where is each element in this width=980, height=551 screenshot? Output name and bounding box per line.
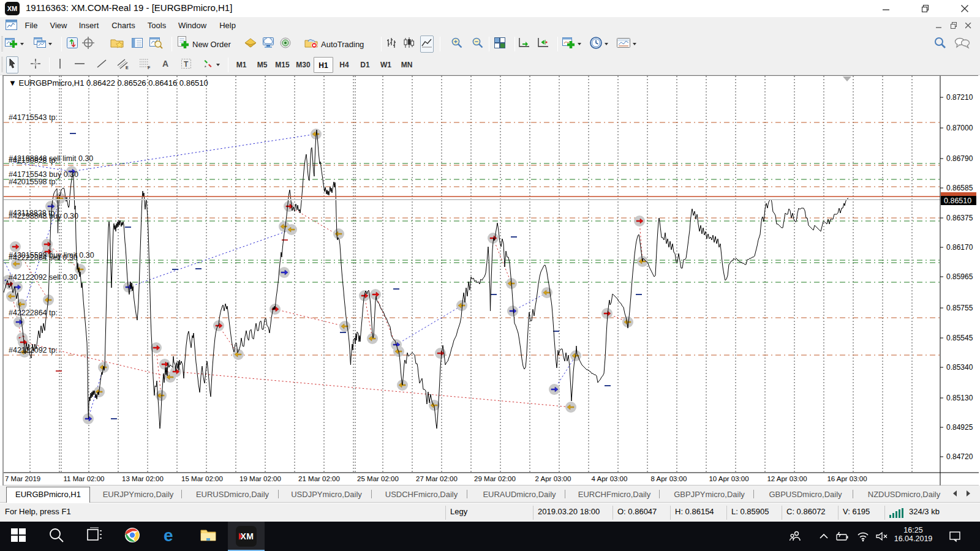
menu-help[interactable]: Help <box>216 17 239 34</box>
metaeditor-button[interactable] <box>244 36 257 53</box>
tab-nzdusdmicro[interactable]: NZDUSDmicro,Daily <box>862 487 946 502</box>
tray-wifi-icon[interactable] <box>854 522 872 551</box>
timeframe-mn-button[interactable]: MN <box>397 57 417 73</box>
tab-eurjpymicro[interactable]: EURJPYmicro,Daily <box>100 487 176 502</box>
price-axis-label: 0.85965 <box>946 272 973 281</box>
taskbar-file-explorer-button[interactable] <box>190 522 227 551</box>
window-close-button[interactable] <box>951 0 979 17</box>
taskbar-edge-button[interactable]: e <box>152 522 189 551</box>
arrows-icon <box>202 58 214 72</box>
fibonacci-tool-button[interactable]: F <box>138 56 152 73</box>
tab-eurgbpmicro[interactable]: EURGBPmicro,H1 <box>6 487 90 503</box>
market-watch-button[interactable] <box>66 36 78 53</box>
taskbar-task-view-button[interactable] <box>76 522 113 551</box>
strategy-tester-button[interactable] <box>149 36 163 53</box>
mql5-community-button[interactable] <box>262 36 275 53</box>
bar-chart-button[interactable] <box>386 36 397 53</box>
equidistant-channel-tool-button[interactable]: E <box>116 56 130 73</box>
horizontal-line-tool-button[interactable] <box>74 56 86 73</box>
menu-insert[interactable]: Insert <box>76 17 102 34</box>
timeframe-m30-button[interactable]: M30 <box>293 57 314 73</box>
document-restore-button[interactable] <box>948 20 959 30</box>
search-button[interactable] <box>933 36 947 53</box>
tab-gbpjpymicro[interactable]: GBPJPYmicro,Daily <box>670 487 748 502</box>
chart-shift-button[interactable] <box>537 36 550 53</box>
tray-chevron-up-icon[interactable] <box>815 522 833 551</box>
text-tool-button[interactable]: A <box>160 56 170 73</box>
arrows-tool-button[interactable] <box>202 56 220 73</box>
tab-eurusdmicro[interactable]: EURUSDmicro,Daily <box>192 487 273 502</box>
tab-euraudmicro[interactable]: EURAUDmicro,Daily <box>479 487 560 502</box>
timeframe-m15-button[interactable]: M15 <box>272 57 293 73</box>
zoom-in-button[interactable] <box>451 36 463 53</box>
menu-file[interactable]: File <box>22 17 40 34</box>
connection-traffic: 324/3 kb <box>909 507 940 516</box>
tray-clock[interactable]: 16:2516.04.2019 <box>889 522 937 551</box>
terminal-button[interactable] <box>131 36 143 53</box>
text-label-tool-button[interactable]: T <box>180 56 192 73</box>
cursor-tool-button[interactable] <box>6 56 18 73</box>
sell-trade-line <box>176 372 571 407</box>
templates-button[interactable] <box>616 36 636 53</box>
chart-plot-area[interactable]: #41715543 tp:#42198848 sell limit 0.30#4… <box>0 76 940 473</box>
tabs-scroll-right[interactable] <box>967 490 970 497</box>
profiles-button[interactable] <box>33 36 52 53</box>
candlestick-chart-button[interactable] <box>403 36 414 53</box>
timeframe-h1-button[interactable]: H1 <box>314 57 333 73</box>
toolbar-grip[interactable] <box>1 36 3 52</box>
new-order-button[interactable]: New Order <box>176 36 231 53</box>
data-window-button[interactable] <box>82 36 94 53</box>
taskbar-xm-terminal-button[interactable]: XM <box>228 522 265 551</box>
taskbar-search-button[interactable] <box>38 522 75 551</box>
taskbar-start-button[interactable] <box>0 522 37 551</box>
vertical-line-tool-button[interactable] <box>56 56 64 73</box>
document-minimize-button[interactable] <box>933 20 944 30</box>
tray-battery-icon[interactable] <box>833 522 851 551</box>
indicators-button[interactable] <box>562 36 581 53</box>
chart-canvas[interactable]: #41715543 tp:#42198848 sell limit 0.30#4… <box>0 75 980 485</box>
timeframe-w1-button[interactable]: W1 <box>376 57 396 73</box>
chart-window[interactable]: #41715543 tp:#42198848 sell limit 0.30#4… <box>0 75 980 485</box>
status-account-name: Legy <box>450 507 467 516</box>
timeframe-d1-button[interactable]: D1 <box>355 57 375 73</box>
menu-window[interactable]: Window <box>176 17 208 34</box>
tab-separator <box>371 490 372 498</box>
app-icon[interactable]: XM <box>5 2 20 15</box>
tray-action-center-icon[interactable] <box>944 522 965 551</box>
tray-volume-muted-icon[interactable] <box>872 522 891 551</box>
chart-window-icon[interactable] <box>6 20 17 33</box>
status-separator <box>782 506 782 520</box>
line-chart-button[interactable] <box>420 36 434 53</box>
toolbar-grip[interactable] <box>1 57 3 73</box>
auto-scroll-button[interactable] <box>518 36 531 53</box>
price-axis-label: 0.84925 <box>946 423 973 432</box>
zoom-out-button[interactable] <box>472 36 484 53</box>
timeframe-m5-button[interactable]: M5 <box>252 57 272 73</box>
crosshair-tool-button[interactable] <box>29 56 42 73</box>
menu-tools[interactable]: Tools <box>145 17 168 34</box>
timeframe-m1-button[interactable]: M1 <box>232 57 251 73</box>
taskbar-chrome-button[interactable] <box>114 522 151 551</box>
menu-charts[interactable]: Charts <box>110 17 137 34</box>
autotrading-button[interactable]: AutoTrading <box>304 36 364 53</box>
trendline-tool-button[interactable] <box>96 56 108 73</box>
window-restore-button[interactable] <box>911 0 940 17</box>
tile-windows-button[interactable] <box>494 36 506 53</box>
text-label-icon: T <box>180 58 192 72</box>
tabs-scroll-left[interactable] <box>953 490 957 497</box>
window-minimize-button[interactable] <box>872 0 900 17</box>
chat-button[interactable] <box>954 36 970 53</box>
document-close-button[interactable] <box>963 20 974 30</box>
tab-usdchfmicro[interactable]: USDCHFmicro,Daily <box>381 487 462 502</box>
tab-eurchfmicro[interactable]: EURCHFmicro,Daily <box>575 487 654 502</box>
new-chart-button[interactable] <box>5 36 24 53</box>
signals-button[interactable] <box>279 36 292 53</box>
tray-people-icon[interactable] <box>786 522 804 551</box>
bar-chart-icon <box>386 37 397 51</box>
tab-gbpusdmicro[interactable]: GBPUSDmicro,Daily <box>763 487 848 502</box>
menu-view[interactable]: View <box>48 17 69 34</box>
navigator-button[interactable] <box>110 36 124 53</box>
timeframe-h4-button[interactable]: H4 <box>334 57 354 73</box>
tab-usdjpymicro[interactable]: USDJPYmicro,Daily <box>287 487 366 502</box>
periods-button[interactable] <box>589 36 608 53</box>
